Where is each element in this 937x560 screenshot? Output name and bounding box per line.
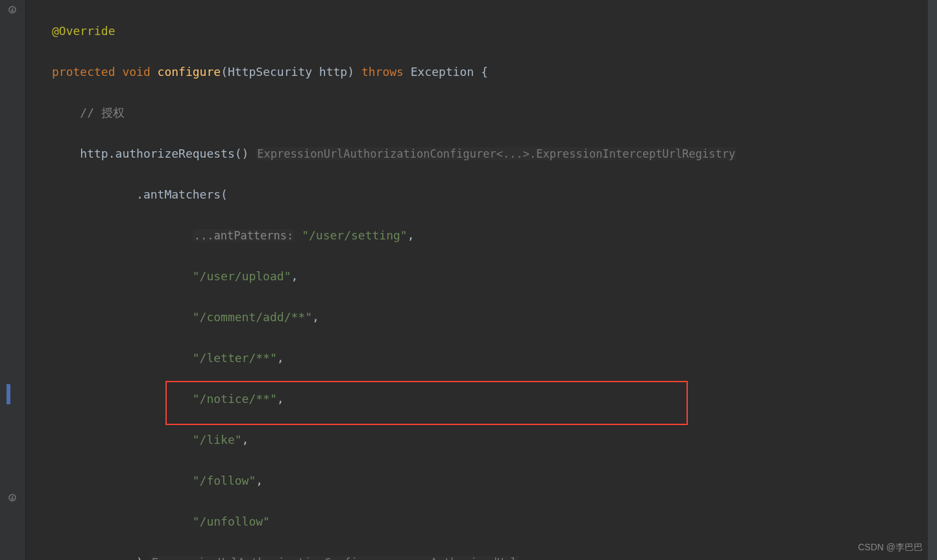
code-antmatchers: .antMatchers( <box>136 188 228 201</box>
exception-decl: Exception { <box>411 65 488 79</box>
string-user-upload: "/user/upload" <box>193 269 291 283</box>
method-params: (HttpSecurity http) <box>221 65 354 79</box>
code-http-authorize: http.authorizeRequests() <box>80 147 249 160</box>
string-like: "/like" <box>193 433 242 446</box>
keyword-protected: protected <box>52 65 116 79</box>
string-comment-add: "/comment/add/**" <box>193 310 312 324</box>
keyword-throws: throws <box>361 65 404 79</box>
string-user-setting: "/user/setting" <box>302 228 408 242</box>
watermark-text: CSDN @李巴巴 <box>858 539 923 555</box>
breakpoint-marker[interactable] <box>6 384 10 404</box>
inlay-hint-1: ExpressionUrlAuthorizationConfigurer<...… <box>256 147 736 160</box>
string-letter: "/letter/**" <box>193 351 277 365</box>
param-hint-antpatterns: ...antPatterns: <box>193 229 295 242</box>
method-configure: configure <box>158 65 221 79</box>
code-editor[interactable]: @Override protected void configure(HttpS… <box>26 0 928 560</box>
annotation-override: @Override <box>52 24 116 38</box>
keyword-void: void <box>122 65 150 79</box>
comment-authorize: // 授权 <box>80 106 125 119</box>
string-unfollow: "/unfollow" <box>193 515 270 528</box>
override-gutter-icon-2[interactable] <box>6 492 18 504</box>
close-paren-1: ) <box>136 555 143 561</box>
string-follow: "/follow" <box>193 474 256 487</box>
override-gutter-icon[interactable] <box>6 4 18 16</box>
inlay-hint-2: ExpressionUrlAuthorizationConfigurer<...… <box>151 556 518 561</box>
vertical-scrollbar[interactable] <box>928 0 937 560</box>
string-notice: "/notice/**" <box>193 392 277 406</box>
editor-gutter <box>0 0 26 560</box>
